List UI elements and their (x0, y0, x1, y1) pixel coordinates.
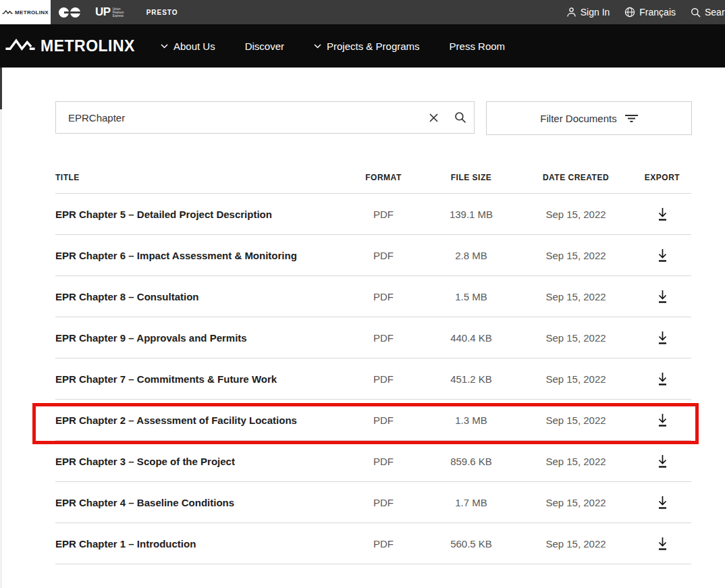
nav-item-discover[interactable]: Discover (245, 41, 284, 52)
chevron-down-icon (314, 44, 321, 49)
document-format: PDF (343, 456, 424, 467)
table-row-highlighted: EPR Chapter 2 – Assessment of Facility L… (55, 400, 691, 441)
table-row: EPR Chapter 4 – Baseline Conditions PDF … (55, 482, 691, 523)
left-scrollbar-track[interactable] (0, 68, 2, 588)
document-title: EPR Chapter 5 – Detailed Project Descrip… (55, 209, 343, 220)
nav-item-label: Projects & Programs (327, 41, 420, 52)
download-icon (657, 454, 668, 468)
left-scrollbar-thumb[interactable] (0, 68, 2, 109)
site-search-label: Search (705, 7, 725, 18)
document-search-row: Filter Documents (55, 101, 692, 135)
language-toggle[interactable]: Français (624, 7, 676, 18)
download-icon (657, 207, 668, 221)
close-icon (429, 113, 439, 123)
document-file-size: 1.7 MB (424, 497, 518, 508)
document-format: PDF (343, 250, 424, 261)
column-header-export: EXPORT (633, 173, 691, 182)
download-button[interactable] (651, 369, 674, 388)
document-title: EPR Chapter 6 – Impact Assessment & Moni… (55, 250, 343, 261)
download-icon (657, 413, 668, 427)
download-icon (657, 372, 668, 385)
table-row: EPR Chapter 5 – Detailed Project Descrip… (55, 194, 691, 235)
download-button[interactable] (651, 328, 674, 347)
document-title: EPR Chapter 2 – Assessment of Facility L… (55, 415, 343, 426)
filter-icon (625, 114, 638, 122)
document-date-created: Sep 15, 2022 (518, 373, 633, 385)
download-button[interactable] (651, 246, 674, 265)
documents-table: TITLE FORMAT FILE SIZE DATE CREATED EXPO… (55, 162, 691, 564)
chevron-down-icon (161, 44, 168, 49)
document-title: EPR Chapter 1 – Introduction (55, 538, 343, 550)
utility-bar-right: Sign In Français Search (566, 7, 725, 18)
document-format: PDF (343, 497, 424, 508)
document-date-created: Sep 15, 2022 (518, 456, 633, 467)
document-file-size: 560.5 KB (424, 538, 518, 550)
nav-item-label: Press Room (450, 41, 506, 52)
up-express-logo[interactable]: UP Union Pearson Express (95, 5, 130, 19)
table-row: EPR Chapter 7 – Commitments & Future Wor… (55, 358, 691, 400)
document-date-created: Sep 15, 2022 (518, 250, 633, 261)
nav-item-label: Discover (245, 41, 284, 52)
go-transit-logo[interactable] (59, 7, 80, 18)
document-title: EPR Chapter 7 – Commitments & Future Wor… (55, 373, 343, 385)
metrolinx-home-logo[interactable]: METROLINX (5, 37, 135, 55)
document-search-box (55, 101, 475, 134)
nav-item-about-us[interactable]: About Us (161, 41, 215, 52)
table-row: EPR Chapter 1 – Introduction PDF 560.5 K… (55, 523, 691, 564)
document-date-created: Sep 15, 2022 (518, 415, 633, 426)
document-format: PDF (343, 415, 424, 426)
download-button[interactable] (651, 493, 674, 512)
up-logo-subtext: Union Pearson Express (113, 7, 130, 18)
go-logo-o-icon (70, 7, 80, 18)
download-icon (657, 248, 668, 262)
download-icon (657, 537, 668, 550)
table-row: EPR Chapter 6 – Impact Assessment & Moni… (55, 235, 691, 276)
presto-logo[interactable]: PRESTO (146, 9, 178, 16)
document-file-size: 1.5 MB (424, 291, 518, 302)
document-file-size: 859.6 KB (424, 456, 518, 467)
document-title: EPR Chapter 3 – Scope of the Project (55, 456, 343, 467)
column-header-format: FORMAT (343, 173, 424, 182)
document-title: EPR Chapter 8 – Consultation (55, 291, 343, 302)
filter-documents-label: Filter Documents (540, 113, 616, 124)
language-label: Français (639, 7, 676, 18)
table-row: EPR Chapter 9 – Approvals and Permits PD… (55, 317, 691, 358)
globe-icon (624, 7, 635, 18)
filter-documents-button[interactable]: Filter Documents (486, 101, 692, 135)
column-header-date-created: DATE CREATED (518, 173, 633, 182)
metrolinx-small-logo[interactable]: METROLINX (0, 0, 51, 24)
column-header-title: TITLE (55, 173, 343, 182)
download-button[interactable] (651, 410, 674, 429)
metrolinx-mark-icon (5, 38, 35, 54)
download-icon (657, 290, 668, 303)
nav-links: About Us Discover Projects & Programs Pr… (161, 41, 505, 52)
metrolinx-mark-icon (2, 9, 13, 16)
nav-item-projects-programs[interactable]: Projects & Programs (314, 41, 420, 52)
search-submit-button[interactable] (447, 102, 474, 133)
up-logo-text: UP (95, 5, 111, 19)
clear-search-button[interactable] (420, 102, 447, 133)
table-header-row: TITLE FORMAT FILE SIZE DATE CREATED EXPO… (55, 162, 691, 194)
document-title: EPR Chapter 4 – Baseline Conditions (55, 497, 343, 508)
download-button[interactable] (651, 452, 674, 471)
download-button[interactable] (651, 534, 674, 553)
download-button[interactable] (651, 205, 674, 223)
document-format: PDF (343, 332, 424, 344)
document-format: PDF (343, 373, 424, 385)
site-search-link[interactable]: Search (691, 7, 725, 18)
document-date-created: Sep 15, 2022 (518, 209, 633, 220)
person-icon (566, 7, 576, 18)
sign-in-link[interactable]: Sign In (566, 7, 610, 18)
download-button[interactable] (651, 287, 674, 306)
go-logo-g-icon (59, 7, 69, 18)
table-row: EPR Chapter 3 – Scope of the Project PDF… (55, 441, 691, 482)
nav-item-press-room[interactable]: Press Room (450, 41, 506, 52)
document-search-input[interactable] (56, 112, 420, 124)
document-date-created: Sep 15, 2022 (518, 497, 633, 508)
download-icon (657, 331, 668, 344)
metrolinx-brand-text: METROLINX (41, 37, 135, 55)
document-date-created: Sep 15, 2022 (518, 538, 633, 550)
table-row: EPR Chapter 8 – Consultation PDF 1.5 MB … (55, 276, 691, 317)
search-icon (691, 7, 701, 18)
column-header-file-size: FILE SIZE (424, 173, 518, 182)
